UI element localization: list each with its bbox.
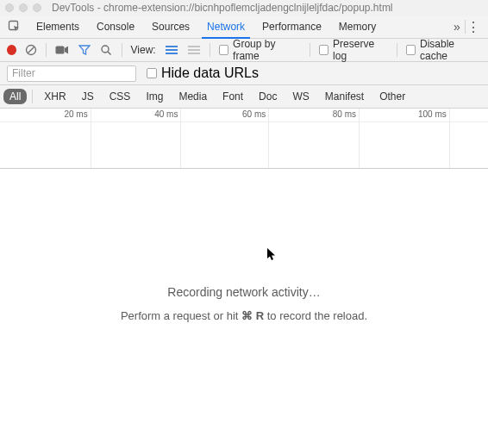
large-rows-icon[interactable]	[165, 44, 178, 56]
filter-input[interactable]	[7, 65, 136, 82]
tab-elements[interactable]: Elements	[31, 16, 84, 38]
inspect-element-icon[interactable]	[7, 19, 22, 34]
separator	[122, 43, 122, 57]
checkbox-icon	[219, 45, 228, 55]
type-img[interactable]: Img	[140, 89, 169, 104]
disable-cache-label: Disable cache	[420, 38, 481, 62]
filter-icon[interactable]	[78, 44, 91, 56]
tab-memory[interactable]: Memory	[334, 16, 381, 38]
type-css[interactable]: CSS	[103, 89, 137, 104]
shortcut-key: ⌘ R	[241, 309, 264, 322]
preserve-log-label: Preserve log	[333, 38, 387, 62]
separator	[397, 43, 397, 57]
tab-console[interactable]: Console	[91, 16, 140, 38]
search-icon[interactable]	[99, 44, 112, 56]
type-xhr[interactable]: XHR	[38, 89, 72, 104]
separator	[310, 43, 310, 57]
separator	[46, 43, 47, 57]
view-label: View:	[131, 44, 156, 56]
timeline-overview[interactable]: 20 ms 40 ms 60 ms 80 ms 100 ms	[0, 109, 488, 169]
timeline-tick: 100 ms	[418, 109, 449, 119]
timeline-tick: 60 ms	[242, 109, 268, 119]
svg-line-2	[28, 47, 35, 53]
instruction-message: Perform a request or hit ⌘ R to record t…	[0, 309, 488, 322]
group-by-frame-checkbox[interactable]: Group by frame	[219, 38, 301, 62]
timeline-tick: 80 ms	[333, 109, 359, 119]
checkbox-icon	[319, 45, 328, 55]
window-titlebar: DevTools - chrome-extension://bicnhpofle…	[0, 0, 488, 16]
svg-line-5	[108, 52, 111, 55]
checkbox-icon	[147, 68, 157, 78]
preserve-log-checkbox[interactable]: Preserve log	[319, 38, 388, 62]
type-manifest[interactable]: Manifest	[319, 89, 370, 104]
type-font[interactable]: Font	[216, 89, 249, 104]
type-doc[interactable]: Doc	[253, 89, 283, 104]
hide-data-urls-checkbox[interactable]: Hide data URLs	[147, 65, 259, 81]
disable-cache-checkbox[interactable]: Disable cache	[406, 38, 481, 62]
clear-icon[interactable]	[25, 44, 37, 56]
panel-tabbar: Elements Console Sources Network Perform…	[0, 16, 488, 39]
traffic-light-zoom	[33, 3, 41, 12]
type-all[interactable]: All	[3, 89, 27, 104]
svg-rect-3	[56, 47, 65, 54]
svg-rect-9	[188, 46, 200, 47]
camera-icon[interactable]	[55, 44, 69, 56]
tab-network[interactable]: Network	[202, 16, 250, 39]
checkbox-icon	[406, 45, 416, 55]
svg-point-4	[102, 46, 109, 53]
more-tabs-icon[interactable]: »	[449, 20, 465, 34]
small-rows-icon[interactable]	[187, 44, 201, 56]
hide-data-urls-label: Hide data URLs	[161, 65, 259, 81]
empty-state: Recording network activity… Perform a re…	[0, 285, 488, 322]
resource-type-filters: All XHR JS CSS Img Media Font Doc WS Man…	[0, 85, 488, 109]
recording-message: Recording network activity…	[0, 285, 488, 299]
network-toolbar: View: Group by frame Preserve log Disabl…	[0, 39, 488, 62]
type-ws[interactable]: WS	[286, 89, 315, 104]
tab-sources[interactable]: Sources	[147, 16, 195, 38]
svg-rect-10	[188, 49, 200, 51]
traffic-light-close	[5, 3, 14, 12]
timeline-tick: 20 ms	[64, 109, 90, 119]
traffic-light-minimize	[19, 3, 28, 12]
separator	[32, 90, 33, 103]
type-js[interactable]: JS	[76, 89, 100, 104]
window-title: DevTools - chrome-extension://bicnhpofle…	[52, 2, 393, 14]
timeline-tick: 40 ms	[154, 109, 180, 119]
panel-tabs: Elements Console Sources Network Perform…	[31, 16, 449, 38]
requests-pane: Recording network activity… Perform a re…	[0, 169, 488, 448]
svg-rect-11	[188, 53, 200, 54]
kebab-menu-icon[interactable]: ⋮	[466, 19, 481, 35]
record-icon[interactable]	[7, 45, 16, 55]
group-by-frame-label: Group by frame	[233, 38, 301, 62]
type-other[interactable]: Other	[373, 89, 411, 104]
separator	[210, 43, 210, 57]
tab-performance[interactable]: Performance	[257, 16, 327, 38]
type-media[interactable]: Media	[172, 89, 213, 104]
filter-row: Hide data URLs	[0, 62, 488, 85]
